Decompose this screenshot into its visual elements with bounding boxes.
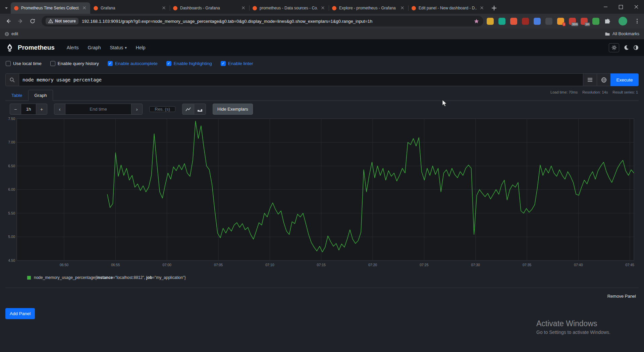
green-extension-icon[interactable]	[592, 18, 599, 25]
checkbox-checked[interactable]	[108, 61, 113, 66]
settings-button[interactable]	[609, 43, 619, 52]
result-series: Result series: 1	[612, 90, 638, 94]
browser-tab-datasources[interactable]: prometheus - Data sources - Co...	[249, 2, 329, 14]
time-series-chart[interactable]: 77.5077.0076.5076.0075.5075.0074.5006:50…	[8, 117, 636, 268]
red-extension-icon-a[interactable]: 32m	[569, 18, 576, 25]
option-enable-linter[interactable]: Enable linter	[221, 61, 253, 66]
minimize-button[interactable]	[598, 0, 613, 14]
browser-tab-prometheus[interactable]: Prometheus Time Series Collect...	[11, 2, 90, 14]
browser-tab-editpanel[interactable]: Edit panel - New dashboard - D...	[408, 2, 488, 14]
range-input[interactable]	[21, 104, 36, 115]
red-extension-icon-b[interactable]: 1m	[581, 18, 588, 25]
svg-text:76.50: 76.50	[8, 164, 15, 168]
folder-icon	[605, 32, 610, 36]
close-icon[interactable]	[479, 6, 484, 11]
all-bookmarks-button[interactable]: All Bookmarks	[605, 32, 639, 36]
window-controls	[598, 0, 644, 14]
close-icon[interactable]	[241, 6, 246, 11]
option-enable-highlighting[interactable]: Enable highlighting	[166, 61, 212, 66]
series-legend[interactable]: node_memory_usage_percentage{instance="l…	[27, 275, 186, 280]
graph-panel[interactable]: 77.5077.0076.5076.0075.5075.0074.5006:50…	[8, 117, 636, 269]
checkbox-checked[interactable]	[221, 61, 226, 66]
hide-exemplars-button[interactable]: Hide Exemplars	[213, 104, 253, 115]
browser-toolbar: Not secure 192.168.1.103:9091/graph?g0.e…	[0, 14, 644, 28]
url-text[interactable]: 192.168.1.103:9091/graph?g0.expr=node_me…	[82, 19, 470, 24]
bookmark-item-edit[interactable]: edit	[5, 32, 18, 36]
grafana-favicon-icon	[173, 6, 177, 10]
tab-title: Grafana	[101, 6, 159, 10]
profile-avatar[interactable]	[619, 17, 627, 25]
expression-input[interactable]	[19, 73, 583, 86]
dark-red-extension-icon[interactable]	[522, 18, 529, 25]
reload-button[interactable]	[27, 15, 38, 27]
nav-link-graph[interactable]: Graph	[88, 45, 101, 50]
svg-text:07:30: 07:30	[471, 263, 480, 267]
execute-button[interactable]: Execute	[610, 73, 639, 86]
prometheus-favicon-icon	[14, 6, 18, 10]
security-label: Not secure	[55, 19, 76, 23]
mouse-cursor	[442, 100, 448, 107]
decrease-range-button[interactable]: −	[10, 104, 21, 115]
maximize-button[interactable]	[613, 0, 629, 14]
moon-icon[interactable]	[624, 45, 629, 50]
forward-button[interactable]	[15, 15, 26, 27]
option-use-local-time[interactable]: Use local time	[6, 61, 42, 66]
security-chip[interactable]: Not secure	[46, 18, 78, 24]
stacked-chart-icon	[197, 107, 203, 112]
next-time-button[interactable]: ›	[131, 104, 143, 115]
contrast-toggle-icon[interactable]	[633, 45, 639, 50]
tab-search-button[interactable]	[2, 2, 11, 14]
close-icon[interactable]	[161, 6, 166, 11]
pencil-extension-icon[interactable]	[487, 18, 494, 25]
tab-table[interactable]: Table	[5, 90, 28, 101]
close-window-button[interactable]	[629, 0, 644, 14]
watermark-subtitle: Go to Settings to activate Windows.	[536, 330, 610, 335]
tab-graph[interactable]: Graph	[28, 90, 53, 101]
checkbox-unchecked[interactable]	[50, 61, 55, 66]
svg-text:07:45: 07:45	[626, 263, 634, 267]
address-bar[interactable]: Not secure 192.168.1.103:9091/graph?g0.e…	[42, 16, 483, 26]
orange-extension-icon[interactable]: 1	[557, 18, 564, 25]
tab-title: Dashboards - Grafana	[180, 6, 238, 10]
teal-extension-icon[interactable]	[498, 18, 505, 25]
option-enable-autocomplete[interactable]: Enable autocomplete	[108, 61, 158, 66]
close-icon[interactable]	[320, 6, 325, 11]
screen: Prometheus Time Series Collect... Grafan…	[0, 0, 644, 352]
new-tab-button[interactable]	[490, 4, 498, 12]
extensions-puzzle-icon[interactable]	[604, 18, 610, 24]
prev-time-button[interactable]: ‹	[54, 104, 65, 115]
browser-tab-grafana[interactable]: Grafana	[90, 2, 170, 14]
increase-range-button[interactable]: +	[36, 104, 47, 115]
resolution-input[interactable]	[149, 106, 175, 112]
line-chart-button[interactable]	[182, 104, 194, 115]
option-enable-query-history[interactable]: Enable query history	[50, 61, 99, 66]
browser-tab-dashboards[interactable]: Dashboards - Grafana	[170, 2, 249, 14]
line-chart-icon	[185, 107, 191, 112]
orange-red-extension-icon[interactable]	[510, 18, 517, 25]
browser-tab-explore[interactable]: Explore - prometheus - Grafana	[329, 2, 408, 14]
globe-button[interactable]	[597, 73, 611, 86]
nav-link-alerts[interactable]: Alerts	[67, 45, 79, 50]
stacked-chart-button[interactable]	[194, 104, 206, 115]
end-time-input[interactable]	[65, 104, 131, 115]
nav-link-help[interactable]: Help	[136, 45, 146, 50]
metrics-explorer-button[interactable]	[583, 73, 597, 86]
close-icon[interactable]	[400, 6, 405, 11]
bookmark-star-icon[interactable]	[474, 18, 479, 24]
prometheus-brand[interactable]: Prometheus	[5, 43, 55, 52]
checkbox-unchecked[interactable]	[6, 61, 11, 66]
svg-text:07:15: 07:15	[317, 263, 326, 267]
nav-link-status[interactable]: Status▾	[110, 45, 127, 50]
close-icon[interactable]	[82, 6, 87, 11]
browser-menu-icon[interactable]	[634, 17, 640, 25]
svg-text:74.50: 74.50	[8, 258, 15, 262]
checkbox-checked[interactable]	[166, 61, 171, 66]
back-button[interactable]	[3, 15, 14, 27]
bookmark-label: edit	[11, 32, 18, 36]
options-row: Use local time Enable query history Enab…	[6, 61, 253, 66]
dark-extension-icon[interactable]	[545, 18, 552, 25]
blue-extension-icon[interactable]	[534, 18, 541, 25]
watermark-title: Activate Windows	[536, 319, 610, 328]
add-panel-button[interactable]: Add Panel	[5, 308, 35, 319]
remove-panel-button[interactable]: Remove Panel	[607, 294, 636, 299]
